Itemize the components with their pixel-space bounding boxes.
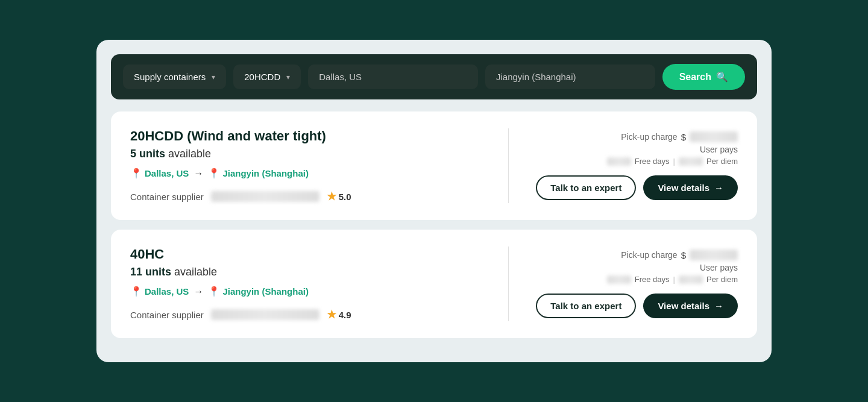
container-size-dropdown[interactable]: 20HCDD ▾	[233, 64, 301, 89]
card-left-1: 20HCDD (Wind and water tight) 5 units av…	[130, 128, 509, 203]
pin-icon-4: 📍	[208, 286, 220, 297]
star-icon: ★	[327, 190, 336, 203]
card-units-2: 11 units available	[130, 266, 484, 278]
origin-location-1: 📍 Dallas, US	[130, 168, 189, 179]
talk-to-expert-button-1[interactable]: Talk to an expert	[536, 175, 636, 200]
pickup-charge-row: Pick-up charge $	[521, 131, 738, 142]
search-bar: Supply containers ▾ 20HCDD ▾ Search 🔍	[111, 54, 757, 99]
action-buttons-1: Talk to an expert View details →	[536, 175, 738, 200]
search-button[interactable]: Search 🔍	[662, 64, 745, 90]
user-pays-row: User pays	[521, 145, 738, 154]
search-icon: 🔍	[716, 71, 728, 83]
arrow-icon-2: →	[193, 286, 203, 297]
pin-icon-3: 📍	[130, 286, 142, 297]
container-size-label: 20HCDD	[244, 72, 280, 82]
result-card-2: 40HC 11 units available 📍 Dallas, US → 📍…	[111, 230, 757, 338]
star-rating-1: ★ 5.0	[327, 190, 351, 203]
card-route-1: 📍 Dallas, US → 📍 Jiangyin (Shanghai)	[130, 168, 484, 179]
card-right-1: Pick-up charge $ User pays Free days | P…	[521, 131, 738, 200]
card-title-2: 40HC	[130, 247, 484, 262]
card-right-2: Pick-up charge $ User pays Free days | P…	[521, 250, 738, 318]
card-left-2: 40HC 11 units available 📍 Dallas, US → 📍…	[130, 247, 509, 321]
talk-to-expert-button-2[interactable]: Talk to an expert	[536, 294, 636, 318]
card-units-1: 5 units available	[130, 148, 484, 160]
card-supplier-1: Container supplier ★ 5.0	[130, 190, 484, 203]
pin-icon: 📍	[130, 168, 142, 179]
card-route-2: 📍 Dallas, US → 📍 Jiangyin (Shanghai)	[130, 286, 484, 297]
search-label: Search	[679, 72, 711, 83]
destination-location-2: 📍 Jiangyin (Shanghai)	[208, 286, 309, 297]
card-supplier-2: Container supplier ★ 4.9	[130, 308, 484, 321]
chevron-down-icon: ▾	[212, 73, 215, 81]
pricing-info-1: Pick-up charge $ User pays Free days | P…	[521, 131, 738, 166]
star-icon-2: ★	[327, 308, 336, 321]
origin-location-2: 📍 Dallas, US	[130, 286, 189, 297]
supplier-name-blur-2	[211, 309, 319, 320]
chevron-down-icon-2: ▾	[286, 73, 290, 81]
pickup-price-blur-2	[690, 250, 738, 260]
free-days-row-2: Free days | Per diem	[521, 275, 738, 284]
user-pays-row-2: User pays	[521, 263, 738, 272]
free-days-blur-1	[607, 157, 631, 166]
main-container: Supply containers ▾ 20HCDD ▾ Search 🔍 20…	[96, 40, 772, 362]
action-buttons-2: Talk to an expert View details →	[536, 294, 738, 318]
pin-icon-2: 📍	[208, 168, 220, 179]
view-details-button-2[interactable]: View details →	[643, 294, 738, 318]
per-diem-blur-1	[679, 157, 703, 166]
pickup-price-blur-1	[690, 131, 738, 142]
supply-type-label: Supply containers	[134, 72, 206, 82]
destination-input[interactable]	[485, 64, 655, 89]
arrow-icon: →	[193, 168, 203, 179]
star-rating-2: ★ 4.9	[327, 308, 351, 321]
free-days-blur-2	[607, 275, 631, 284]
pickup-charge-row-2: Pick-up charge $	[521, 250, 738, 260]
result-card-1: 20HCDD (Wind and water tight) 5 units av…	[111, 111, 757, 220]
per-diem-blur-2	[679, 275, 703, 284]
view-details-button-1[interactable]: View details →	[643, 175, 738, 200]
card-title-1: 20HCDD (Wind and water tight)	[130, 128, 484, 144]
free-days-row-1: Free days | Per diem	[521, 157, 738, 166]
origin-input[interactable]	[308, 64, 478, 89]
arrow-right-icon: →	[714, 183, 723, 193]
arrow-right-icon-2: →	[714, 301, 723, 311]
supplier-name-blur-1	[211, 191, 319, 202]
supply-type-dropdown[interactable]: Supply containers ▾	[123, 64, 226, 89]
destination-location-1: 📍 Jiangyin (Shanghai)	[208, 168, 309, 179]
pricing-info-2: Pick-up charge $ User pays Free days | P…	[521, 250, 738, 284]
